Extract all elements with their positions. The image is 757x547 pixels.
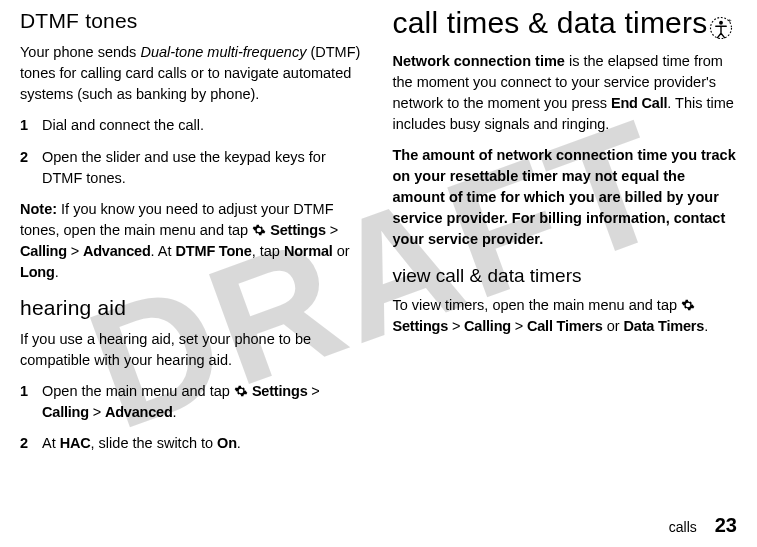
left-column: DTMF tones Your phone sends Dual-tone mu… [20, 6, 379, 535]
step-1: 1 Dial and connect the call. [20, 115, 365, 136]
gear-icon [234, 384, 248, 398]
label-advanced: Advanced [105, 404, 173, 420]
text-italic-dtmf: Dual-tone multi-frequency [140, 44, 306, 60]
step-text: Open the main menu and tap Settings > Ca… [42, 381, 365, 423]
para-note: Note: If you know you need to adjust you… [20, 199, 365, 283]
text: Open the main menu and tap [42, 383, 234, 399]
para-dtmf-intro: Your phone sends Dual-tone multi-frequen… [20, 42, 365, 105]
note-label: Note: [20, 201, 57, 217]
text: To view timers, open the main menu and t… [393, 297, 682, 313]
label-call-timers: Call Timers [527, 318, 603, 334]
label-settings: Settings [252, 383, 308, 399]
label-advanced: Advanced [83, 243, 151, 259]
step-number: 2 [20, 433, 42, 454]
label-data-timers: Data Timers [624, 318, 705, 334]
para-billing-note: The amount of network connection time yo… [393, 145, 738, 250]
text: , slide the switch to [91, 435, 218, 451]
label-calling: Calling [464, 318, 511, 334]
label-hac: HAC [60, 435, 91, 451]
step-number: 2 [20, 147, 42, 189]
label-dtmf-tone: DTMF Tone [176, 243, 252, 259]
text: , tap [252, 243, 284, 259]
text: or [603, 318, 624, 334]
text: or [333, 243, 350, 259]
text: . [55, 264, 59, 280]
hearing-step-1: 1 Open the main menu and tap Settings > … [20, 381, 365, 423]
label-nct: Network connection time [393, 53, 565, 69]
para-view-timers: To view timers, open the main menu and t… [393, 295, 738, 337]
para-nct: Network connection time is the elapsed t… [393, 51, 738, 135]
label-end-call: End Call [611, 95, 667, 111]
label-settings: Settings [393, 318, 449, 334]
label-calling: Calling [42, 404, 89, 420]
label-long: Long [20, 264, 55, 280]
text: > [89, 404, 105, 420]
label-on: On [217, 435, 237, 451]
label-normal: Normal [284, 243, 333, 259]
heading-dtmf-tones: DTMF tones [20, 6, 365, 36]
step-2: 2 Open the slider and use the keypad key… [20, 147, 365, 189]
text: > [67, 243, 83, 259]
heading-view-timers: view call & data timers [393, 262, 738, 290]
gear-icon [252, 223, 266, 237]
accessibility-icon: + [707, 14, 735, 42]
text: . [237, 435, 241, 451]
heading-call-times: call times & data timers [393, 6, 738, 41]
text: Your phone sends [20, 44, 140, 60]
text: . [173, 404, 177, 420]
step-text: At HAC, slide the switch to On. [42, 433, 365, 454]
step-text: Dial and connect the call. [42, 115, 365, 136]
text: > [326, 222, 338, 238]
text: > [448, 318, 464, 334]
text: > [511, 318, 527, 334]
text: . [704, 318, 708, 334]
svg-text:+: + [728, 16, 732, 23]
svg-point-1 [719, 21, 723, 25]
step-text: Open the slider and use the keypad keys … [42, 147, 365, 189]
text: > [308, 383, 320, 399]
hearing-step-2: 2 At HAC, slide the switch to On. [20, 433, 365, 454]
para-hearing-intro: If you use a hearing aid, set your phone… [20, 329, 365, 371]
text: . At [151, 243, 176, 259]
step-number: 1 [20, 115, 42, 136]
step-number: 1 [20, 381, 42, 423]
label-settings: Settings [270, 222, 326, 238]
gear-icon [681, 298, 695, 312]
right-column: + call times & data timers Network conne… [379, 6, 738, 535]
text: At [42, 435, 60, 451]
heading-hearing-aid: hearing aid [20, 293, 365, 323]
label-calling: Calling [20, 243, 67, 259]
page-content: DTMF tones Your phone sends Dual-tone mu… [0, 0, 757, 547]
